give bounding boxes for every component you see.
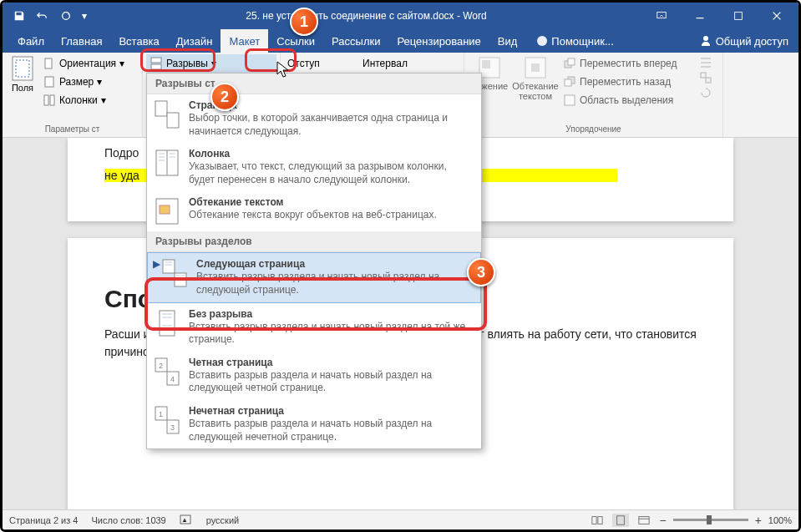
zoom-out-button[interactable]: − <box>659 514 666 527</box>
tab-tell-me[interactable]: Помощник... <box>527 29 621 53</box>
dropdown-item-even-page[interactable]: 24 Четная страницаВставить разрыв раздел… <box>147 352 481 400</box>
svg-rect-58 <box>639 516 649 524</box>
view-web-layout[interactable] <box>636 514 652 527</box>
spacing-label: Интервал <box>359 54 434 73</box>
ribbon-options-button[interactable] <box>643 4 680 28</box>
bring-forward-button[interactable]: Переместить вперед <box>560 54 699 73</box>
dropdown-item-odd-page[interactable]: 13 Нечетная страницаВставить разрыв разд… <box>147 400 481 448</box>
svg-rect-10 <box>50 95 54 105</box>
group-page-setup-label: Параметры ст <box>6 124 139 135</box>
zoom-level[interactable]: 100% <box>768 515 792 525</box>
quick-access-toolbar: ▾ <box>9 6 89 26</box>
redo-button[interactable] <box>56 6 76 26</box>
annotation-marker-2: 2 <box>210 83 239 111</box>
view-read-mode[interactable] <box>589 514 606 527</box>
dropdown-item-text-wrapping[interactable]: Обтекание текстомОбтекание текста вокруг… <box>147 191 481 231</box>
svg-rect-25 <box>167 113 179 128</box>
svg-rect-7 <box>45 58 52 68</box>
qat-customize[interactable]: ▾ <box>79 6 89 26</box>
svg-rect-35 <box>163 260 175 273</box>
dropdown-section-section-breaks: Разрывы разделов <box>147 231 481 252</box>
statusbar: Страница 2 из 4 Число слов: 1039 русский… <box>3 509 798 529</box>
svg-point-4 <box>703 36 708 41</box>
rotate-icon[interactable] <box>699 86 712 99</box>
group-arrange-label: Упорядочение <box>468 124 719 135</box>
status-word-count[interactable]: Число слов: 1039 <box>91 515 165 525</box>
maximize-button[interactable] <box>720 4 757 28</box>
tab-file[interactable]: Файл <box>9 29 53 53</box>
selection-pane-button[interactable]: Область выделения <box>560 91 699 109</box>
svg-rect-24 <box>155 101 167 116</box>
svg-rect-16 <box>531 63 540 72</box>
svg-rect-38 <box>175 273 186 286</box>
annotation-highlight-breaks <box>140 48 215 72</box>
tab-mailings[interactable]: Рассылки <box>323 29 388 53</box>
tab-view[interactable]: Вид <box>489 29 526 53</box>
share-button[interactable]: Общий доступ <box>689 29 798 53</box>
status-proofing-icon[interactable] <box>180 514 193 527</box>
tab-review[interactable]: Рецензирование <box>388 29 489 53</box>
svg-text:1: 1 <box>159 410 163 418</box>
orientation-button[interactable]: Ориентация ▾ <box>39 54 139 73</box>
svg-text:2: 2 <box>159 362 163 370</box>
status-language[interactable]: русский <box>206 515 239 525</box>
dropdown-item-page[interactable]: СтраницаВыбор точки, в которой заканчива… <box>147 94 481 143</box>
view-print-layout[interactable] <box>612 514 629 527</box>
svg-rect-23 <box>706 78 711 83</box>
tab-home[interactable]: Главная <box>53 29 110 53</box>
svg-rect-57 <box>617 515 625 524</box>
zoom-in-button[interactable]: + <box>755 514 762 527</box>
svg-rect-56 <box>598 516 602 524</box>
svg-rect-55 <box>592 516 596 524</box>
svg-rect-18 <box>568 58 575 65</box>
svg-rect-22 <box>701 73 706 78</box>
window-title: 25. не установить соединение с сайтом.do… <box>89 10 643 22</box>
columns-button[interactable]: Колонки ▾ <box>39 91 139 109</box>
breaks-dropdown: Разрывы ст СтраницаВыбор точки, в которо… <box>146 73 482 449</box>
dropdown-item-column[interactable]: КолонкаУказывает, что текст, следующий з… <box>147 143 481 191</box>
svg-rect-21 <box>565 95 575 105</box>
close-button[interactable] <box>758 4 795 28</box>
svg-text:4: 4 <box>170 375 175 383</box>
undo-button[interactable] <box>33 6 53 26</box>
group-icon[interactable] <box>699 71 712 84</box>
wrap-text-button[interactable]: Обтекание текстом <box>511 54 560 118</box>
titlebar: ▾ 25. не установить соединение с сайтом.… <box>3 3 798 29</box>
save-button[interactable] <box>9 6 29 26</box>
annotation-marker-1: 1 <box>290 8 318 36</box>
svg-text:3: 3 <box>170 423 175 432</box>
minimize-button[interactable] <box>682 4 718 28</box>
size-button[interactable]: Размер ▾ <box>39 73 139 91</box>
svg-rect-8 <box>45 77 53 87</box>
svg-rect-34 <box>160 205 170 214</box>
dropdown-item-continuous[interactable]: Без разрываВставить разрыв раздела и нач… <box>147 303 481 352</box>
margins-button[interactable]: Поля <box>6 54 39 118</box>
svg-rect-9 <box>44 95 48 105</box>
dropdown-section-page-breaks: Разрывы ст <box>147 73 481 94</box>
annotation-highlight-layout <box>245 48 297 72</box>
window-controls <box>643 4 795 28</box>
svg-rect-14 <box>482 60 490 68</box>
zoom-slider[interactable] <box>673 519 748 521</box>
annotation-marker-3: 3 <box>467 258 495 286</box>
dropdown-item-next-page[interactable]: ▶ Следующая страницаВставить разрыв разд… <box>147 252 481 302</box>
ribbon-tabs: Файл Главная Вставка Дизайн Макет Ссылки… <box>3 29 798 53</box>
svg-rect-20 <box>565 79 571 86</box>
svg-point-3 <box>537 36 547 46</box>
svg-rect-2 <box>735 13 743 20</box>
send-backward-button[interactable]: Переместить назад <box>560 73 699 91</box>
align-icon[interactable] <box>699 56 712 69</box>
status-page[interactable]: Страница 2 из 4 <box>9 515 78 525</box>
